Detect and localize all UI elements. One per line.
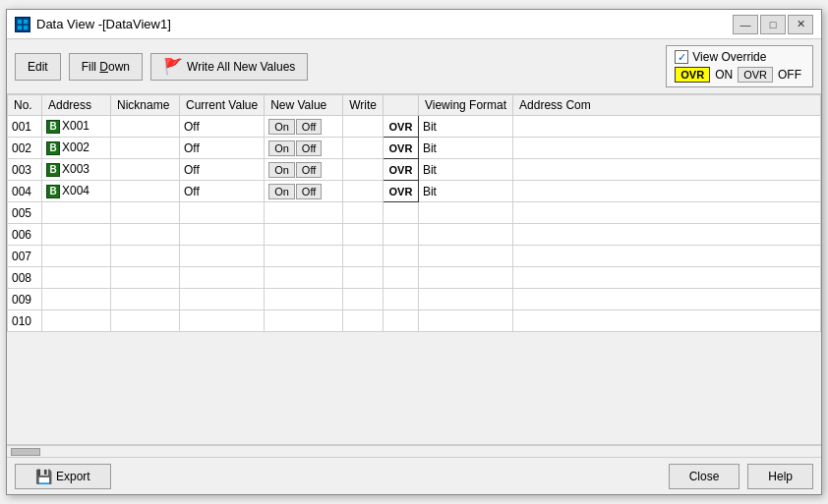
cell-viewing-format: [418, 202, 512, 224]
write-all-button[interactable]: 🚩 Write All New Values: [150, 53, 308, 81]
svg-rect-1: [18, 19, 22, 23]
svg-rect-3: [18, 25, 22, 28]
cell-new-value[interactable]: OnOff: [265, 116, 343, 138]
cell-address-com: [513, 202, 821, 224]
cell-no: 002: [8, 138, 42, 159]
write-all-label: Write All New Values: [187, 60, 295, 74]
view-override-header: ✓ View Override: [675, 50, 804, 64]
off-button[interactable]: Off: [296, 184, 322, 199]
table-header-row: No. Address Nickname Current Value New V…: [8, 95, 821, 116]
on-button[interactable]: On: [268, 119, 295, 135]
minimize-button[interactable]: —: [733, 15, 758, 34]
cell-no: 003: [8, 159, 42, 181]
close-button[interactable]: Close: [669, 464, 740, 489]
footer-right: Close Help: [669, 464, 813, 489]
cell-ovr[interactable]: OVR: [383, 116, 418, 138]
cell-viewing-format: [418, 224, 512, 246]
col-header-ovr: [383, 95, 418, 116]
ovr-off-button[interactable]: OVR: [738, 67, 773, 83]
horizontal-scrollbar[interactable]: [7, 445, 821, 457]
help-button[interactable]: Help: [747, 464, 813, 489]
on-button[interactable]: On: [268, 140, 295, 156]
cell-write: [343, 267, 384, 289]
cell-address-com: [513, 310, 821, 332]
cell-new-value[interactable]: OnOff: [265, 181, 343, 202]
export-button[interactable]: 💾 Export: [15, 464, 111, 489]
col-header-address: Address: [42, 95, 111, 116]
address-text: X003: [62, 162, 89, 176]
cell-address-com: [513, 138, 821, 159]
cell-write: [343, 116, 384, 138]
off-text: OFF: [775, 68, 804, 82]
cell-ovr[interactable]: OVR: [383, 159, 418, 181]
cell-viewing-format: [418, 289, 512, 310]
write-icon: 🚩: [163, 57, 183, 76]
cell-new-value: [265, 202, 343, 224]
window-title: Data View -[DataView1]: [36, 17, 171, 31]
close-window-button[interactable]: ✕: [788, 15, 813, 34]
svg-rect-2: [24, 19, 28, 23]
cell-current-value: Off: [180, 159, 265, 181]
cell-current-value: [180, 202, 265, 224]
cell-ovr[interactable]: OVR: [383, 181, 418, 202]
cell-address: [42, 202, 111, 224]
cell-current-value: [180, 289, 265, 310]
edit-button[interactable]: Edit: [15, 53, 61, 81]
cell-ovr[interactable]: OVR: [383, 138, 418, 159]
off-button[interactable]: Off: [296, 119, 322, 135]
scrollbar-thumb[interactable]: [11, 448, 40, 456]
on-text: ON: [712, 68, 736, 82]
on-off-buttons: OnOff: [268, 119, 322, 135]
cell-ovr: [383, 289, 418, 310]
table-row: 010: [8, 310, 821, 332]
view-override-checkbox[interactable]: ✓: [675, 50, 688, 64]
col-header-write: Write: [343, 95, 384, 116]
cell-viewing-format: Bit: [418, 116, 512, 138]
maximize-button[interactable]: □: [760, 15, 786, 34]
on-off-buttons: OnOff: [268, 162, 322, 178]
cell-write: [343, 181, 384, 202]
cell-new-value[interactable]: OnOff: [265, 138, 343, 159]
ovr-on-button[interactable]: OVR: [675, 67, 710, 83]
cell-nickname: [111, 246, 180, 267]
on-button[interactable]: On: [268, 184, 295, 199]
cell-current-value: [180, 267, 265, 289]
col-header-viewing-format: Viewing Format: [418, 95, 512, 116]
cell-address-com: [513, 289, 821, 310]
cell-viewing-format: Bit: [418, 181, 512, 202]
table-row: 002BX002OffOnOffOVRBit: [8, 138, 821, 159]
address-text: X002: [62, 140, 89, 154]
cell-address: BX004: [42, 181, 111, 202]
content-area: No. Address Nickname Current Value New V…: [7, 94, 821, 457]
export-icon: 💾: [35, 469, 52, 484]
cell-current-value: Off: [180, 138, 265, 159]
table-container[interactable]: No. Address Nickname Current Value New V…: [7, 94, 821, 445]
cell-new-value[interactable]: OnOff: [265, 159, 343, 181]
cell-ovr: [383, 202, 418, 224]
table-row: 004BX004OffOnOffOVRBit: [8, 181, 821, 202]
table-row: 006: [8, 224, 821, 246]
view-override-label: View Override: [692, 50, 766, 64]
cell-nickname: [111, 224, 180, 246]
on-button[interactable]: On: [268, 162, 295, 178]
cell-viewing-format: Bit: [418, 138, 512, 159]
table-row: 005: [8, 202, 821, 224]
cell-address-com: [513, 224, 821, 246]
cell-ovr: [383, 267, 418, 289]
table-row: 001BX001OffOnOffOVRBit: [8, 116, 821, 138]
cell-address: BX003: [42, 159, 111, 181]
cell-viewing-format: [418, 310, 512, 332]
col-header-current-value: Current Value: [180, 95, 265, 116]
cell-nickname: [111, 138, 180, 159]
off-button[interactable]: Off: [296, 162, 322, 178]
cell-address: [42, 224, 111, 246]
cell-address: BX001: [42, 116, 111, 138]
cell-address-com: [513, 246, 821, 267]
col-header-nickname: Nickname: [111, 95, 180, 116]
table-row: 003BX003OffOnOffOVRBit: [8, 159, 821, 181]
on-off-buttons: OnOff: [268, 140, 322, 156]
off-button[interactable]: Off: [296, 140, 322, 156]
cell-no: 009: [8, 289, 42, 310]
fill-down-button[interactable]: Fill Down: [69, 53, 143, 81]
cell-new-value: [265, 310, 343, 332]
